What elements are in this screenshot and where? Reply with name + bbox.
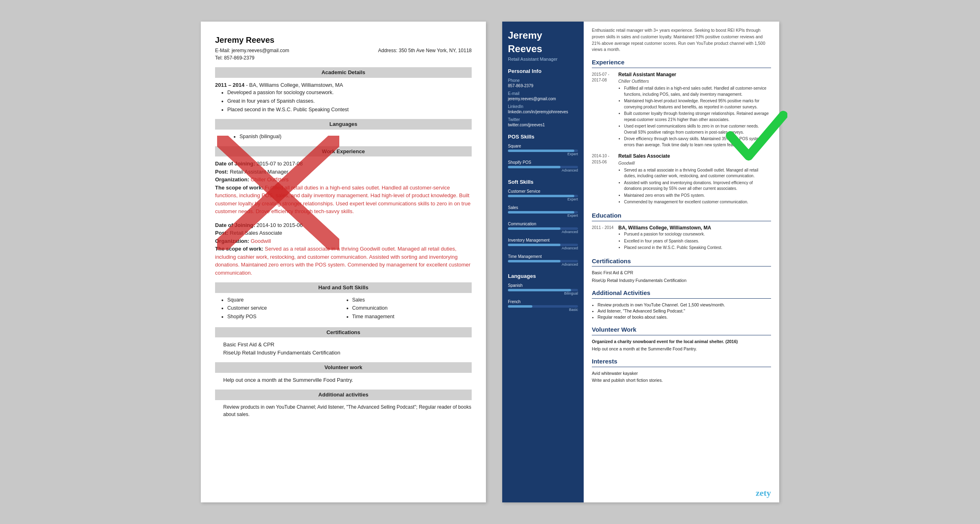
certs-header: Certifications	[215, 327, 472, 338]
sidebar-name-line2: Reeves	[508, 43, 578, 55]
exp-entry-2: 2014-10 - 2015-06 Retail Sales Associate…	[592, 153, 771, 206]
activities-list: Review products in own YouTube Channel. …	[592, 302, 771, 321]
exp-bullet-1-2: Maintained high-level product knowledge.…	[624, 98, 771, 110]
left-resume: Jeremy Reeves E-Mail: jeremy.reeves@gmai…	[201, 22, 486, 502]
phone-value: 857-869-2379	[508, 84, 578, 88]
lang-spanish: Spanish Bilingual	[508, 283, 578, 295]
cert-1: Basic First Aid & CPR	[223, 341, 472, 349]
exp-bullet-2-1: Served as a retail associate in a thrivi…	[624, 167, 771, 179]
additional-section-title: Additional Activities	[592, 288, 771, 299]
skill-1: Square	[227, 296, 347, 304]
skill-4: Sales	[352, 296, 472, 304]
post-value-2: Retail Sales Associate	[230, 230, 282, 236]
additional-section: Additional Activities Review products in…	[592, 288, 771, 320]
skill-2: Customer service	[227, 304, 347, 312]
work-experience-header: Work Experience	[215, 146, 472, 157]
cert-2: RiseUp Retail Industry Fundamentals Cert…	[223, 349, 472, 357]
linkedin-label: LinkedIn	[508, 104, 578, 109]
exp-bullet-1-1: Fulfilled all retail duties in a high-en…	[624, 86, 771, 97]
activity-1: Review products in own YouTube Channel. …	[598, 302, 771, 308]
volunteer-section-title: Volunteer Work	[592, 325, 771, 335]
academic-entry: 2011 – 2014 - BA, Williams College, Will…	[215, 81, 472, 114]
scope-label-2: The scope of work:	[215, 246, 263, 252]
pos-skill-square-name: Square	[508, 144, 578, 148]
academic-bullet-1: Developed a passion for sociology course…	[227, 89, 472, 97]
skill-3: Shopify POS	[227, 313, 347, 321]
exp-bullet-2-2: Assisted with sorting and inventorying d…	[624, 180, 771, 192]
sidebar-title: Retail Assistant Manager	[508, 57, 578, 62]
tel-value: 857-869-2379	[224, 55, 255, 61]
edu-title-1: BA, Williams College, Williamstown, MA	[618, 225, 771, 231]
org-value-1: Chiller Outfitters	[250, 176, 288, 183]
academic-degree: BA, Williams College, Williamstown, MA	[249, 82, 343, 88]
exp-entry-1: 2015-07 - 2017-08 Retail Assistant Manag…	[592, 71, 771, 149]
interest-1: Avid whitewater kayaker	[592, 370, 771, 376]
post-label-2: Post:	[215, 230, 229, 236]
twitter-label: Twitter	[508, 117, 578, 122]
post-label-1: Post:	[215, 169, 229, 175]
date-value-1: 2015-07 to 2017-08	[257, 161, 303, 167]
pos-skills-section: POS Skills	[508, 134, 578, 140]
email-value-right: jeremy.reeves@gmail.com	[508, 97, 578, 101]
skills-list: Square Customer service Shopify POS Sale…	[227, 296, 472, 321]
right-resume: Jeremy Reeves Retail Assistant Manager P…	[502, 22, 779, 502]
exp-org-2: Goodwill	[618, 160, 771, 166]
education-section: Education 2011 - 2014 BA, Williams Colle…	[592, 211, 771, 252]
lang-french: French Basic	[508, 299, 578, 312]
additional-text: Review products in own YouTube Channel; …	[223, 403, 472, 418]
org-label-2: Organization:	[215, 238, 249, 244]
soft-skill-inv: Inventory Management Advanced	[508, 238, 578, 250]
exp-bullet-1-4: Used expert level communications skills …	[624, 123, 771, 135]
cert-item-2: RiseUp Retail Industry Fundamentals Cert…	[592, 277, 771, 284]
org-label-1: Organization:	[215, 176, 249, 183]
exp-bullet-2-3: Maintained zero errors with the POS syst…	[624, 193, 771, 199]
right-main-content: Enthusiastic retail manager with 3+ year…	[584, 22, 779, 502]
languages-section-right: Languages	[508, 273, 578, 279]
soft-skills-section: Soft Skills	[508, 179, 578, 185]
skill-6: Time management	[352, 313, 472, 321]
exp-bullet-2-4: Commended by management for excellent cu…	[624, 199, 771, 205]
cert-section-title: Certifications	[592, 257, 771, 267]
email-label-right: E-mail	[508, 91, 578, 96]
right-sidebar: Jeremy Reeves Retail Assistant Manager P…	[502, 22, 584, 502]
activity-2: Avid listener, "The Advanced Selling Pod…	[598, 308, 771, 314]
volunteer-text: Help out once a month at the Summerville…	[223, 376, 472, 384]
vol-item-1: Organized a charity snowboard event for …	[592, 339, 771, 345]
exp-date-2: 2014-10 - 2015-06	[592, 153, 618, 206]
pos-skill-shopify-level: Advanced	[508, 168, 578, 172]
left-contact: E-Mail: jeremy.reeves@gmail.com Tel: 857…	[215, 47, 472, 62]
exp-title-2: Retail Sales Associate	[618, 153, 771, 160]
skills-header: Hard and Soft Skills	[215, 282, 472, 293]
education-title: Education	[592, 211, 771, 221]
exp-content-2: Retail Sales Associate Goodwill Served a…	[618, 153, 771, 206]
pos-skill-square: Square Expert	[508, 144, 578, 156]
pos-skill-square-level: Expert	[508, 152, 578, 156]
exp-content-1: Retail Assistant Manager Chiller Outfitt…	[618, 71, 771, 149]
volunteer-section: Volunteer Work Organized a charity snowb…	[592, 325, 771, 352]
vol-item-2: Help out once a month at the Summerville…	[592, 346, 771, 352]
volunteer-header: Volunteer work	[215, 362, 472, 373]
date-value-2: 2014-10 to 2015-06	[257, 222, 303, 228]
soft-skill-comm: Communication Advanced	[508, 222, 578, 234]
experience-section: Experience 2015-07 - 2017-08 Retail Assi…	[592, 58, 771, 206]
exp-bullet-1-3: Built customer loyalty through fostering…	[624, 111, 771, 123]
linkedin-value: linkedin.com/in/jeremyjohnreeves	[508, 110, 578, 114]
email-value: jeremy.reeves@gmail.com	[232, 48, 289, 53]
date-label-1: Date of Joining:	[215, 161, 255, 167]
work-entry-1: Date of Joining: 2015-07 to 2017-08 Post…	[215, 160, 472, 216]
scope-label-1: The scope of work:	[215, 185, 263, 191]
academic-bullets: Developed a passion for sociology course…	[227, 89, 472, 113]
tel-label: Tel:	[215, 55, 223, 61]
edu-date-1: 2011 - 2014	[592, 225, 618, 252]
interests-section-title: Interests	[592, 357, 771, 367]
interest-2: Write and publish short fiction stories.	[592, 377, 771, 383]
edu-bullet-2: Excelled in four years of Spanish classe…	[624, 238, 771, 244]
additional-header: Additional activities	[215, 390, 472, 400]
post-value-1: Retail Assistant Manager	[230, 169, 288, 175]
exp-bullet-1-5: Drove efficiency through tech-savvy skil…	[624, 136, 771, 148]
date-label-2: Date of Joining:	[215, 222, 255, 228]
certifications-section: Certifications Basic First Aid & CPR Ris…	[592, 257, 771, 284]
academic-bullet-2: Great in four years of Spanish classes.	[227, 97, 472, 105]
pos-skill-shopify-name: Shopify POS	[508, 160, 578, 165]
twitter-value: twitter.com/jjreeves1	[508, 123, 578, 127]
